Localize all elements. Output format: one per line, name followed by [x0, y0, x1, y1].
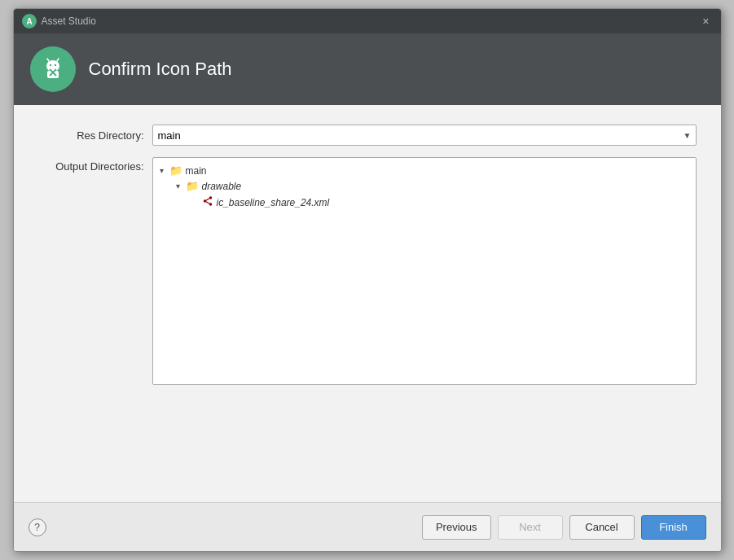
tree-arrow-file	[191, 198, 199, 207]
share-icon	[202, 195, 213, 209]
cancel-button[interactable]: Cancel	[569, 515, 635, 540]
tree-label-main: main	[186, 165, 207, 177]
dialog-asset-studio: A Asset Studio ×	[13, 8, 722, 552]
tree-label-drawable: drawable	[202, 181, 242, 192]
title-bar-text: Asset Studio	[42, 15, 96, 27]
svg-point-3	[46, 60, 59, 72]
output-directories-row: Output Directories: ▾ 📁 main ▾ 📁 drawabl…	[38, 157, 697, 385]
svg-point-5	[54, 64, 55, 66]
folder-icon-main: 📁	[169, 164, 182, 177]
output-directories-label: Output Directories:	[38, 157, 144, 173]
svg-line-14	[206, 199, 209, 201]
res-directory-label: Res Directory:	[38, 129, 144, 142]
title-bar-left: A Asset Studio	[22, 14, 96, 28]
dialog-content: Res Directory: main ▼ Output Directories…	[14, 105, 721, 502]
android-logo	[30, 46, 76, 92]
res-directory-row: Res Directory: main ▼	[38, 125, 697, 146]
previous-button[interactable]: Previous	[422, 515, 491, 540]
dialog-footer: ? Previous Next Cancel Finish	[14, 502, 721, 551]
android-studio-icon: A	[22, 14, 37, 28]
finish-button[interactable]: Finish	[641, 515, 706, 540]
tree-label-file: ic_baseline_share_24.xml	[217, 197, 330, 208]
footer-left: ?	[29, 518, 46, 536]
tree-item-drawable: ▾ 📁 drawable	[158, 178, 691, 194]
footer-right: Previous Next Cancel Finish	[422, 515, 706, 540]
svg-point-4	[49, 64, 51, 66]
help-button[interactable]: ?	[29, 518, 46, 536]
dialog-header: Confirm Icon Path	[14, 33, 721, 105]
res-directory-select[interactable]: main	[152, 125, 697, 146]
title-bar: A Asset Studio ×	[14, 9, 721, 33]
next-button: Next	[498, 515, 563, 540]
output-tree: ▾ 📁 main ▾ 📁 drawable	[152, 157, 697, 385]
dialog-title: Confirm Icon Path	[89, 59, 232, 80]
res-directory-wrapper: main ▼	[152, 125, 697, 146]
folder-icon-drawable: 📁	[186, 180, 199, 192]
svg-text:A: A	[26, 17, 32, 26]
tree-item-file: ic_baseline_share_24.xml	[158, 194, 691, 211]
svg-line-15	[206, 202, 209, 204]
tree-arrow-main: ▾	[158, 166, 166, 175]
tree-arrow-drawable: ▾	[174, 182, 182, 190]
close-button[interactable]: ×	[699, 14, 712, 28]
tree-item-main: ▾ 📁 main	[158, 163, 691, 178]
